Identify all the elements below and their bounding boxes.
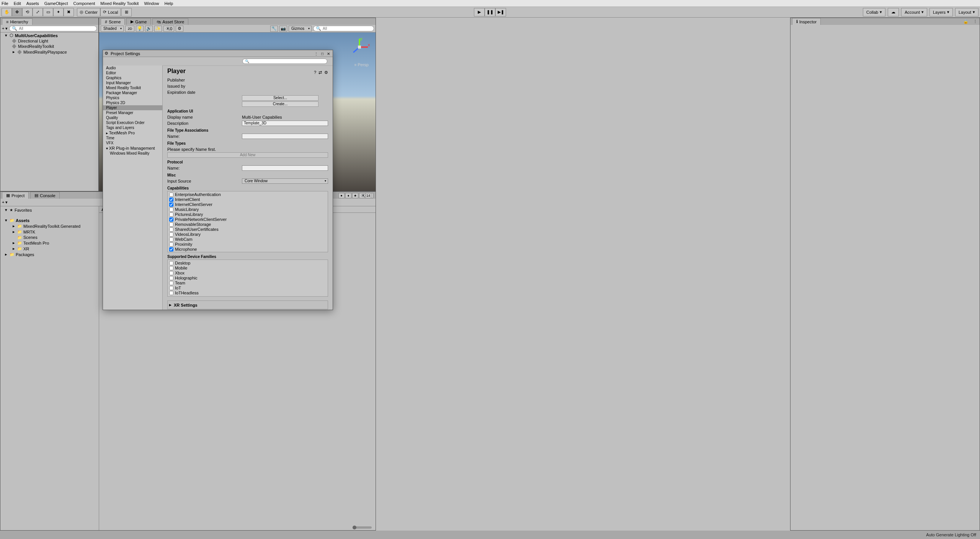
cat-time[interactable]: Time: [103, 136, 162, 140]
inspector-lock-icon[interactable]: 🔒: [961, 18, 971, 25]
move-tool[interactable]: ✥: [12, 8, 22, 16]
cat-physics[interactable]: Physics: [103, 95, 162, 100]
play-button[interactable]: ▶: [474, 8, 485, 16]
projection-label[interactable]: ≡ Persp: [354, 62, 369, 67]
hierarchy-item[interactable]: MixedRealityToolkit: [0, 44, 98, 49]
menu-help[interactable]: Help: [165, 1, 173, 6]
capability-Microphone[interactable]: Microphone: [169, 247, 326, 252]
scene-camera-icon[interactable]: 📷: [279, 26, 287, 32]
window-close-icon[interactable]: ✕: [326, 51, 331, 56]
layers-dropdown[interactable]: Layers ▾: [929, 8, 953, 16]
rotate-tool[interactable]: ⟲: [22, 8, 33, 16]
fta-name-input[interactable]: [242, 134, 328, 139]
help-icon[interactable]: ?: [314, 70, 316, 75]
menu-component[interactable]: Component: [73, 1, 95, 6]
settings-search-input[interactable]: [249, 59, 325, 64]
capability-checkbox[interactable]: [169, 198, 173, 202]
device-IoT[interactable]: IoT: [169, 286, 326, 291]
menu-file[interactable]: File: [2, 1, 8, 6]
account-dropdown[interactable]: Account ▾: [901, 8, 927, 16]
inspector-menu-icon[interactable]: ⋮: [971, 18, 980, 25]
cat-graphics[interactable]: Graphics: [103, 75, 162, 80]
description-input[interactable]: [242, 121, 328, 126]
capability-PicturesLibrary[interactable]: PicturesLibrary: [169, 212, 326, 217]
cat-textmesh-pro[interactable]: ▸ TextMesh Pro: [103, 130, 162, 136]
scene-search-input[interactable]: [323, 26, 371, 31]
cat-package-manager[interactable]: Package Manager: [103, 90, 162, 95]
protocol-name-input[interactable]: [242, 165, 328, 171]
project-create-dropdown[interactable]: + ▾: [2, 200, 8, 205]
cat-editor[interactable]: Editor: [103, 70, 162, 75]
favorites-icon[interactable]: ★: [352, 193, 358, 198]
capability-EnterpriseAuthentication[interactable]: EnterpriseAuthentication: [169, 192, 326, 197]
cat-wmr[interactable]: Windows Mixed Reality: [103, 151, 162, 156]
audio-toggle[interactable]: 🔊: [145, 26, 153, 32]
window-menu-icon[interactable]: ⋮: [314, 51, 319, 56]
2d-toggle[interactable]: 2D: [125, 26, 134, 32]
capability-WebCam[interactable]: WebCam: [169, 237, 326, 242]
menu-assets[interactable]: Assets: [26, 1, 39, 6]
capability-checkbox[interactable]: [169, 232, 173, 237]
hand-tool[interactable]: ✋: [2, 8, 12, 16]
device-checkbox[interactable]: [169, 281, 173, 285]
capabilities-list[interactable]: EnterpriseAuthenticationInternetClientIn…: [167, 191, 328, 252]
project-tab[interactable]: ▦ Project: [2, 192, 29, 199]
select-cert-button[interactable]: Select...: [242, 95, 318, 101]
device-IoTHeadless[interactable]: IoTHeadless: [169, 291, 326, 296]
device-Desktop[interactable]: Desktop: [169, 261, 326, 266]
capability-checkbox[interactable]: [169, 207, 173, 212]
add-new-button[interactable]: Add New: [167, 152, 328, 158]
layout-dropdown[interactable]: Layout ▾: [955, 8, 978, 16]
cat-mrtk[interactable]: Mixed Reality Toolkit: [103, 85, 162, 90]
scale-tool[interactable]: ⤢: [33, 8, 43, 16]
device-Mobile[interactable]: Mobile: [169, 266, 326, 271]
collab-dropdown[interactable]: Collab ▾: [863, 8, 885, 16]
cat-player[interactable]: Player: [103, 105, 162, 110]
menu-window[interactable]: Window: [144, 1, 159, 6]
create-cert-button[interactable]: Create...: [242, 101, 318, 107]
input-source-dropdown[interactable]: Core Window: [242, 178, 328, 184]
window-maximize-icon[interactable]: □: [320, 51, 325, 56]
capability-InternetClient[interactable]: InternetClient: [169, 197, 326, 202]
device-Xbox[interactable]: Xbox: [169, 271, 326, 276]
packages-folder[interactable]: ▸📁 Packages: [0, 252, 99, 257]
device-checkbox[interactable]: [169, 271, 173, 275]
scene-tools-icon[interactable]: 🔧: [270, 26, 278, 32]
cat-vfx[interactable]: VFX: [103, 140, 162, 145]
cat-input-manager[interactable]: Input Manager: [103, 80, 162, 85]
favorites-folder[interactable]: ▾★ Favorites: [0, 207, 99, 213]
capability-RemovableStorage[interactable]: RemovableStorage: [169, 222, 326, 227]
device-checkbox[interactable]: [169, 276, 173, 280]
device-Holographic[interactable]: Holographic: [169, 276, 326, 281]
cat-physics-2d[interactable]: Physics 2D: [103, 100, 162, 105]
folder-item[interactable]: ▸📁 MRTK: [0, 229, 99, 235]
preset-icon[interactable]: ⇄: [318, 70, 322, 75]
shading-mode-dropdown[interactable]: Shaded: [101, 26, 124, 32]
folder-item[interactable]: 📁 Scenes: [0, 235, 99, 240]
cat-xr-plugin[interactable]: ▾ XR Plug-in Management: [103, 145, 162, 151]
grid-snap-toggle[interactable]: ⊞: [121, 8, 132, 16]
scene-tab[interactable]: # Scene: [101, 18, 125, 25]
cat-script-execution[interactable]: Script Execution Order: [103, 120, 162, 125]
capability-InternetClientServer[interactable]: InternetClientServer: [169, 202, 326, 207]
cat-tags-layers[interactable]: Tags and Layers: [103, 125, 162, 130]
pause-button[interactable]: ❚❚: [485, 8, 495, 16]
auto-lighting-status[interactable]: Auto Generate Lighting Off: [926, 532, 976, 537]
capability-MusicLibrary[interactable]: MusicLibrary: [169, 207, 326, 212]
device-families-list[interactable]: DesktopMobileXboxHolographicTeamIoTIoTHe…: [167, 260, 328, 297]
capability-checkbox[interactable]: [169, 227, 173, 232]
search-by-type-icon[interactable]: ●: [338, 193, 345, 198]
search-by-label-icon[interactable]: ♦: [345, 193, 351, 198]
capability-checkbox[interactable]: [169, 237, 173, 242]
handle-rotation-toggle[interactable]: ⟳ Local: [100, 8, 121, 16]
menu-edit[interactable]: Edit: [14, 1, 21, 6]
device-checkbox[interactable]: [169, 261, 173, 265]
capability-PrivateNetworkClientServer[interactable]: PrivateNetworkClientServer: [169, 217, 326, 222]
menu-gameobject[interactable]: GameObject: [44, 1, 68, 6]
capability-checkbox[interactable]: [169, 203, 173, 207]
hierarchy-search-input[interactable]: [19, 26, 94, 31]
device-Team[interactable]: Team: [169, 281, 326, 286]
console-tab[interactable]: ▤ Console: [30, 192, 59, 199]
asset-store-tab[interactable]: 🛍 Asset Store: [152, 18, 188, 25]
gizmos-dropdown[interactable]: Gizmos: [289, 26, 312, 32]
